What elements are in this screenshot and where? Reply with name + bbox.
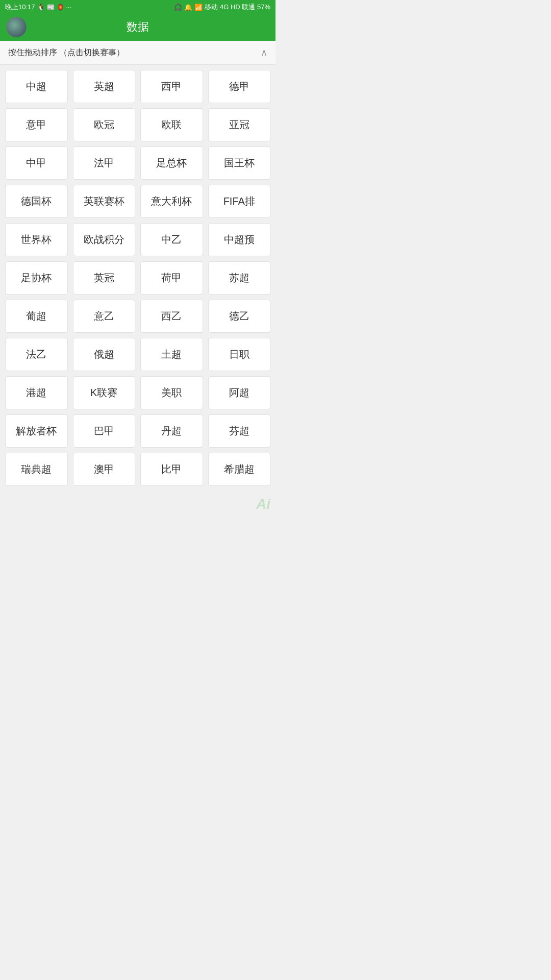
time-text: 晚上10:17 [5,3,35,12]
page-title: 数据 [127,19,149,35]
league-item[interactable]: 英冠 [73,261,136,295]
league-item[interactable]: 欧战积分 [73,223,136,256]
league-item[interactable]: K联赛 [73,376,136,409]
league-item[interactable]: 中乙 [140,223,203,256]
league-item[interactable]: 日职 [208,338,271,371]
collapse-icon[interactable]: ∧ [261,47,267,58]
league-item[interactable]: 意甲 [5,108,68,141]
league-item[interactable]: 苏超 [208,261,271,295]
league-item[interactable]: 巴甲 [73,414,136,448]
status-right-info: 🎧 🔔 📶 移动 4G HD 联通 57% [174,3,270,12]
status-bar: 晚上10:17 🐧 📰 🏮 ··· 🎧 🔔 📶 移动 4G HD 联通 57% [0,0,276,14]
league-item[interactable]: 荷甲 [140,261,203,295]
status-time: 晚上10:17 🐧 📰 🏮 ··· [5,3,71,12]
league-item[interactable]: 英联赛杯 [73,185,136,218]
league-item[interactable]: 比甲 [140,453,203,486]
league-item[interactable]: 解放者杯 [5,414,68,448]
more-icon: ··· [66,4,71,11]
league-item[interactable]: 法乙 [5,338,68,371]
league-item[interactable]: 德国杯 [5,185,68,218]
league-item[interactable]: 英超 [73,70,136,103]
sort-bar[interactable]: 按住拖动排序 （点击切换赛事） ∧ [0,41,276,65]
league-grid: 中超英超西甲德甲意甲欧冠欧联亚冠中甲法甲足总杯国王杯德国杯英联赛杯意大利杯FIF… [0,65,276,491]
sort-sub-text: （点击切换赛事） [59,48,124,57]
league-item[interactable]: 足总杯 [140,146,203,180]
league-item[interactable]: 国王杯 [208,146,271,180]
league-item[interactable]: 希腊超 [208,453,271,486]
league-item[interactable]: 瑞典超 [5,453,68,486]
league-item[interactable]: 西甲 [140,70,203,103]
avatar[interactable] [6,17,27,37]
league-item[interactable]: 法甲 [73,146,136,180]
league-item[interactable]: 阿超 [208,376,271,409]
wifi-icon: 📶 [194,4,203,11]
notification-icon: 🐧 [37,4,45,11]
league-item[interactable]: 葡超 [5,300,68,333]
league-item[interactable]: 芬超 [208,414,271,448]
watermark-text: Ai [256,496,270,512]
app-icon-3: 🏮 [57,4,64,11]
league-item[interactable]: 欧冠 [73,108,136,141]
league-item[interactable]: 亚冠 [208,108,271,141]
league-item[interactable]: 意乙 [73,300,136,333]
league-item[interactable]: 澳甲 [73,453,136,486]
app-icon-2: 📰 [47,4,55,11]
league-item[interactable]: 足协杯 [5,261,68,295]
league-item[interactable]: 丹超 [140,414,203,448]
carrier-info: 移动 4G HD 联通 57% [205,3,270,12]
league-item[interactable]: 世界杯 [5,223,68,256]
league-item[interactable]: 港超 [5,376,68,409]
league-item[interactable]: 土超 [140,338,203,371]
headphone-icon: 🎧 [174,4,182,11]
league-item[interactable]: 美职 [140,376,203,409]
league-item[interactable]: 欧联 [140,108,203,141]
league-item[interactable]: FIFA排 [208,185,271,218]
league-item[interactable]: 意大利杯 [140,185,203,218]
league-item[interactable]: 中超预 [208,223,271,256]
league-item[interactable]: 德乙 [208,300,271,333]
league-item[interactable]: 中甲 [5,146,68,180]
bottom-area: Ai [0,491,276,518]
sort-bar-label: 按住拖动排序 （点击切换赛事） [8,47,124,58]
sort-main-text: 按住拖动排序 [8,48,57,57]
app-header: 数据 [0,14,276,41]
league-item[interactable]: 中超 [5,70,68,103]
league-item[interactable]: 俄超 [73,338,136,371]
league-item[interactable]: 德甲 [208,70,271,103]
league-item[interactable]: 西乙 [140,300,203,333]
alarm-icon: 🔔 [184,4,192,11]
avatar-image [6,17,27,37]
